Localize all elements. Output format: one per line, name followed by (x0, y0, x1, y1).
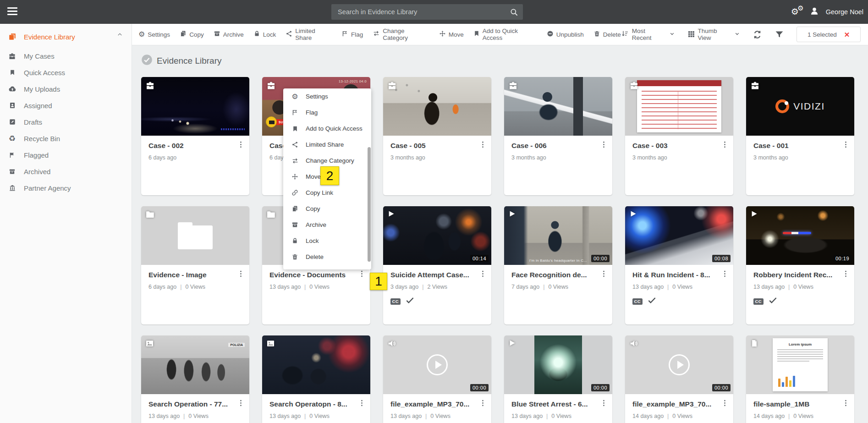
toolbar-action-lock[interactable]: Lock (253, 30, 276, 39)
card-title[interactable]: Case - 003 (632, 142, 720, 150)
evidence-thumbnail[interactable]: I'm in Baidu's headquarter in C...00:00 (504, 206, 612, 265)
sidebar-item-recycle-bin[interactable]: ♻Recycle Bin (0, 130, 132, 147)
card-title[interactable]: Case - 005 (390, 142, 478, 150)
admin-settings-gears-icon[interactable]: ⚙ ⚙ (791, 6, 803, 17)
toolbar-action-limited-share[interactable]: Limited Share (286, 27, 332, 41)
context-menu-scrollbar[interactable] (368, 147, 371, 262)
context-menu-item-unpublish[interactable]: Unpublish (283, 265, 371, 269)
kebab-menu-icon[interactable] (841, 399, 850, 409)
evidence-thumbnail[interactable] (262, 335, 370, 394)
context-menu-item-lock[interactable]: Lock (283, 233, 371, 249)
evidence-card[interactable]: Lorem ipsumfile-sample_1MB14 days ago|0 … (746, 335, 854, 423)
evidence-thumbnail[interactable]: 00:00 (625, 335, 733, 394)
sidebar-item-quick-access[interactable]: Quick Access (0, 64, 132, 81)
user-avatar-icon[interactable] (809, 6, 819, 18)
kebab-menu-icon[interactable] (478, 141, 487, 150)
context-menu-item-flag[interactable]: Flag (283, 104, 371, 121)
toolbar-action-copy[interactable]: Copy (180, 30, 204, 39)
kebab-menu-icon[interactable] (478, 270, 487, 280)
evidence-card[interactable]: I'm in Baidu's headquarter in C...00:00F… (504, 206, 612, 324)
kebab-menu-icon[interactable] (357, 270, 366, 280)
kebab-menu-icon[interactable] (841, 270, 850, 280)
card-title[interactable]: Hit & Run Incident - 8... (632, 271, 720, 279)
evidence-thumbnail[interactable]: Lorem ipsum (746, 335, 854, 394)
context-menu-item-limited-share[interactable]: Limited Share (283, 137, 371, 153)
hamburger-menu-icon[interactable] (7, 7, 18, 17)
evidence-thumbnail[interactable]: 00:00 (504, 335, 612, 394)
sidebar-item-flagged[interactable]: Flagged (0, 147, 132, 163)
evidence-thumbnail[interactable] (625, 77, 733, 136)
kebab-menu-icon[interactable] (236, 270, 245, 280)
card-title[interactable]: Search Operatopn - 8... (269, 400, 357, 408)
evidence-card[interactable]: Evidence - Image6 days ago|0 Views (141, 206, 249, 324)
kebab-menu-icon[interactable] (599, 270, 608, 280)
evidence-card[interactable]: 00:00file_example_MP3_70...14 days ago|0… (625, 335, 733, 423)
toolbar-action-add-to-quick-access[interactable]: Add to Quick Access (473, 27, 537, 41)
kebab-menu-icon[interactable] (478, 399, 487, 409)
kebab-menu-icon[interactable] (236, 141, 245, 150)
toolbar-action-flag[interactable]: Flag (341, 30, 363, 39)
card-title[interactable]: Case - 006 (511, 142, 599, 150)
card-title[interactable]: file-sample_1MB (753, 400, 841, 408)
card-title[interactable]: Case - 002 (148, 142, 236, 150)
card-title[interactable]: Robbery Incident Rec... (753, 271, 841, 279)
evidence-card[interactable]: 00:19Robbery Incident Rec...13 days ago|… (746, 206, 854, 324)
evidence-thumbnail[interactable]: 00:00 (383, 335, 491, 394)
evidence-card[interactable]: 00:00Blue Street Arrest - 6...13 days ag… (504, 335, 612, 423)
refresh-icon[interactable] (753, 30, 762, 39)
toolbar-action-settings[interactable]: ⚙Settings (138, 30, 170, 38)
search-icon[interactable] (505, 4, 523, 20)
sidebar-item-archived[interactable]: Archived (0, 163, 132, 180)
play-circle-icon[interactable] (427, 354, 448, 375)
evidence-card[interactable]: 00:08Hit & Run Incident - 8...13 days ag… (625, 206, 733, 324)
evidence-card[interactable]: VIDIZICase - 0013 months ago (746, 77, 854, 195)
sidebar-item-evidence-library[interactable]: Evidence Library (0, 28, 132, 45)
kebab-menu-icon[interactable] (599, 399, 608, 409)
card-title[interactable]: Suicide Attempt Case... (390, 271, 478, 279)
kebab-menu-icon[interactable] (720, 399, 729, 409)
sidebar-item-partner-agency[interactable]: Partner Agency (0, 180, 132, 196)
evidence-card[interactable]: Case - 0063 months ago (504, 77, 612, 195)
view-mode-dropdown[interactable]: Thumb View (687, 27, 741, 41)
card-title[interactable]: Blue Street Arrest - 6... (511, 400, 599, 408)
user-name[interactable]: George Noel (826, 8, 864, 16)
context-menu-item-archive[interactable]: Archive (283, 217, 371, 233)
evidence-card[interactable]: Case - 0053 months ago (383, 77, 491, 195)
card-title[interactable]: Evidence - Documents (269, 271, 357, 279)
kebab-menu-icon[interactable] (720, 141, 729, 150)
card-title[interactable]: Search Operation - 77... (148, 400, 236, 408)
kebab-menu-icon[interactable] (357, 399, 366, 409)
evidence-thumbnail[interactable] (383, 77, 491, 136)
evidence-thumbnail[interactable]: 00:08 (625, 206, 733, 265)
context-menu-item-copy[interactable]: Copy (283, 201, 371, 217)
evidence-card[interactable]: POLIZIASearch Operation - 77...13 days a… (141, 335, 249, 423)
evidence-thumbnail[interactable]: 00:14 (383, 206, 491, 265)
sidebar-item-drafts[interactable]: Drafts (0, 114, 132, 130)
context-menu-item-copy-link[interactable]: Copy Link (283, 185, 371, 201)
card-title[interactable]: Evidence - Image (148, 271, 236, 279)
clear-selection-icon[interactable]: ✕ (844, 31, 850, 38)
sidebar-collapse-caret-icon[interactable] (116, 31, 123, 40)
kebab-menu-icon[interactable] (720, 270, 729, 280)
evidence-thumbnail[interactable]: POLIZIA (141, 335, 249, 394)
context-menu-item-settings[interactable]: ⚙Settings (283, 88, 371, 104)
evidence-card[interactable]: 00:14Suicide Attempt Case...3 days ago|2… (383, 206, 491, 324)
evidence-card[interactable]: 00:00file_example_MP3_70...13 days ago|0… (383, 335, 491, 423)
card-title[interactable]: file_example_MP3_70... (632, 400, 720, 408)
evidence-thumbnail[interactable]: 00:19 (746, 206, 854, 265)
evidence-card[interactable]: Search Operatopn - 8...13 days ago|0 Vie… (262, 335, 370, 423)
evidence-card[interactable]: Case - 0033 months ago (625, 77, 733, 195)
toolbar-action-move[interactable]: Move (439, 30, 464, 39)
sidebar-item-my-uploads[interactable]: My Uploads (0, 81, 132, 97)
kebab-menu-icon[interactable] (599, 141, 608, 150)
evidence-thumbnail[interactable] (141, 77, 249, 136)
kebab-menu-icon[interactable] (236, 399, 245, 409)
search-input[interactable] (331, 8, 505, 16)
card-title[interactable]: Face Recognition de... (511, 271, 599, 279)
toolbar-action-archive[interactable]: Archive (214, 30, 244, 39)
filter-funnel-icon[interactable] (775, 30, 784, 39)
context-menu-item-delete[interactable]: Delete (283, 249, 371, 265)
kebab-menu-icon[interactable] (841, 141, 850, 150)
evidence-thumbnail[interactable] (504, 77, 612, 136)
toolbar-action-change-category[interactable]: Change Category (373, 27, 429, 41)
